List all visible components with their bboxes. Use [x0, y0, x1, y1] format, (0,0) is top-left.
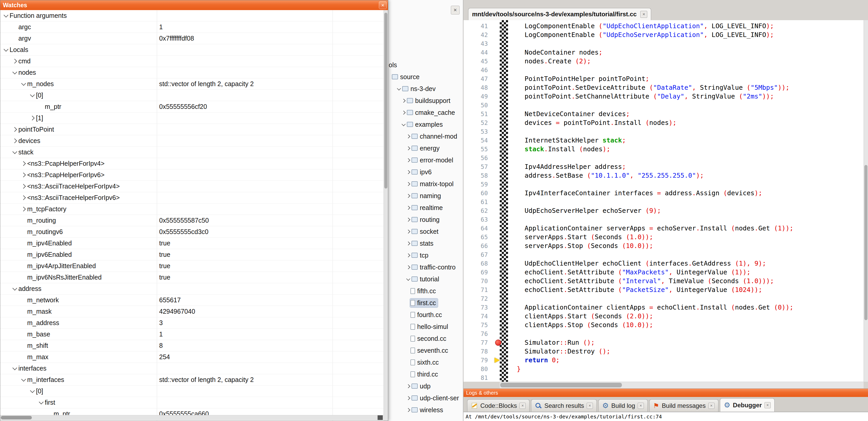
- line-number[interactable]: 50: [464, 102, 492, 108]
- tree-item-routing[interactable]: routing: [388, 214, 463, 226]
- line-number[interactable]: 41: [464, 23, 492, 30]
- watch-row[interactable]: devices: [0, 135, 384, 147]
- tree-item-udp-client-ser[interactable]: udp-client-ser: [388, 392, 463, 404]
- collapse-icon[interactable]: [37, 401, 45, 404]
- watch-row[interactable]: <ns3::AsciiTraceHelperForIpv4>: [0, 181, 384, 192]
- watches-titlebar[interactable]: Watches ×: [0, 0, 388, 10]
- scrollbar-thumb[interactable]: [1, 416, 32, 419]
- line-number[interactable]: 57: [464, 163, 492, 170]
- watch-value[interactable]: 1: [159, 330, 163, 338]
- tree-item-tcp[interactable]: tcp: [388, 249, 463, 261]
- tree-item-socket[interactable]: socket: [388, 226, 463, 237]
- code-text[interactable]: echoClient.SetAttribute ("Interval", Tim…: [508, 277, 774, 286]
- code-text[interactable]: Ipv4InterfaceContainer interfaces = addr…: [508, 189, 762, 198]
- watch-value[interactable]: 254: [159, 353, 170, 361]
- line-number[interactable]: 74: [464, 313, 492, 320]
- code-text[interactable]: stack.Install (nodes);: [508, 145, 610, 154]
- watch-row[interactable]: m_routingv60x5555555cd3c0: [0, 226, 384, 238]
- expand-icon[interactable]: [405, 183, 411, 186]
- current-line-arrow-icon[interactable]: [492, 356, 500, 365]
- line-number[interactable]: 48: [464, 84, 492, 91]
- expand-icon[interactable]: [10, 139, 19, 142]
- close-icon[interactable]: ×: [587, 402, 593, 409]
- editor-horizontal-scrollbar[interactable]: [500, 382, 864, 388]
- watch-row[interactable]: m_mask4294967040: [0, 306, 384, 317]
- code-text[interactable]: }: [508, 365, 521, 374]
- line-number[interactable]: 76: [464, 330, 492, 337]
- code-text[interactable]: address.SetBase ("10.1.1.0", "255.255.25…: [508, 171, 704, 180]
- line-number[interactable]: 64: [464, 225, 492, 232]
- code-text[interactable]: LogComponentEnable ("UdpEchoClientApplic…: [508, 22, 774, 31]
- line-number[interactable]: 73: [464, 304, 492, 311]
- code-text[interactable]: serverApps.Start (Seconds (1.0));: [508, 233, 653, 241]
- watch-value[interactable]: 4294967040: [159, 308, 195, 315]
- collapse-icon[interactable]: [401, 123, 406, 126]
- expand-icon[interactable]: [28, 117, 36, 120]
- collapse-icon[interactable]: [10, 151, 19, 154]
- watch-row[interactable]: m_shift8: [0, 340, 384, 351]
- tree-item-seventh-cc[interactable]: seventh.cc: [388, 345, 463, 356]
- line-number[interactable]: 47: [464, 75, 492, 82]
- expand-icon[interactable]: [405, 218, 411, 221]
- watch-row[interactable]: pointToPoint: [0, 124, 384, 135]
- collapse-icon[interactable]: [10, 367, 19, 370]
- code-text[interactable]: Simulator::Run ();: [508, 338, 595, 347]
- tree-item-hello-simul[interactable]: hello-simul: [388, 321, 463, 332]
- tree-item-fifth-cc[interactable]: fifth.cc: [388, 285, 463, 297]
- line-number[interactable]: 52: [464, 120, 492, 126]
- watch-row[interactable]: m_interfacesstd::vector of length 2, cap…: [0, 374, 384, 386]
- expand-icon[interactable]: [405, 385, 411, 388]
- watch-value[interactable]: 0x7fffffffdf08: [159, 35, 194, 42]
- collapse-icon[interactable]: [20, 82, 27, 86]
- line-number[interactable]: 56: [464, 155, 492, 161]
- tree-item-examples[interactable]: examples: [388, 119, 463, 130]
- line-number[interactable]: 62: [464, 207, 492, 214]
- collapse-icon[interactable]: [2, 48, 9, 52]
- watch-row[interactable]: m_tcpFactory: [0, 203, 384, 215]
- line-number[interactable]: 81: [464, 375, 492, 381]
- logs-tab-code-blocks[interactable]: Code::Blocks×: [467, 399, 529, 412]
- watch-row[interactable]: <ns3::PcapHelperForIpv4>: [0, 158, 384, 169]
- scrollbar-thumb[interactable]: [500, 383, 622, 387]
- line-number[interactable]: 61: [464, 199, 492, 205]
- expand-icon[interactable]: [10, 128, 19, 131]
- code-text[interactable]: return 0;: [508, 356, 560, 365]
- tree-item-ipv6[interactable]: ipv6: [388, 166, 463, 178]
- watch-value[interactable]: 3: [159, 319, 163, 327]
- editor-tab[interactable]: mnt/dev/tools/source/ns-3-dev/examples/t…: [468, 8, 651, 20]
- watch-row[interactable]: [0]: [0, 90, 384, 101]
- tree-item-fourth-cc[interactable]: fourth.cc: [388, 309, 463, 321]
- line-number[interactable]: 42: [464, 32, 492, 38]
- watch-value[interactable]: 8: [159, 342, 163, 349]
- close-icon[interactable]: ×: [519, 402, 526, 409]
- watch-row[interactable]: m_ipv6NsRsJitterEnabledtrue: [0, 272, 384, 283]
- expand-icon[interactable]: [20, 185, 27, 188]
- tree-item-naming[interactable]: naming: [388, 190, 463, 202]
- tree-item-energy[interactable]: energy: [388, 142, 463, 154]
- tree-item-channel-mod[interactable]: channel-mod: [388, 130, 463, 142]
- scrollbar-thumb[interactable]: [864, 165, 867, 320]
- tree-item-udp[interactable]: udp: [388, 380, 463, 392]
- code-text[interactable]: Ipv4AddressHelper address;: [508, 162, 626, 171]
- code-text[interactable]: ApplicationContainer clientApps = echoCl…: [508, 303, 794, 312]
- scrollbar-thumb[interactable]: [384, 13, 388, 189]
- watch-row[interactable]: cmd: [0, 56, 384, 67]
- line-number[interactable]: 46: [464, 67, 492, 73]
- watch-row[interactable]: address: [0, 283, 384, 295]
- line-number[interactable]: 51: [464, 111, 492, 118]
- line-number[interactable]: 66: [464, 242, 492, 249]
- watch-value[interactable]: std::vector of length 2, capacity 2: [159, 80, 254, 88]
- close-icon[interactable]: ×: [765, 402, 771, 408]
- code-text[interactable]: clientApps.Start (Seconds (2.0));: [508, 312, 653, 321]
- watch-row[interactable]: m_routing0x555555587c50: [0, 215, 384, 226]
- watch-row[interactable]: m_ipv4ArpJitterEnabledtrue: [0, 260, 384, 272]
- collapse-icon[interactable]: [396, 88, 402, 90]
- watch-row[interactable]: interfaces: [0, 363, 384, 374]
- line-number[interactable]: 72: [464, 295, 492, 302]
- line-number[interactable]: 67: [464, 251, 492, 258]
- line-number[interactable]: 58: [464, 172, 492, 179]
- management-panel-close-button[interactable]: ×: [451, 6, 460, 14]
- watch-row[interactable]: m_ptr0x55555556cf20: [0, 101, 384, 112]
- line-number[interactable]: 43: [464, 40, 492, 47]
- editor-vertical-scrollbar[interactable]: [864, 20, 868, 382]
